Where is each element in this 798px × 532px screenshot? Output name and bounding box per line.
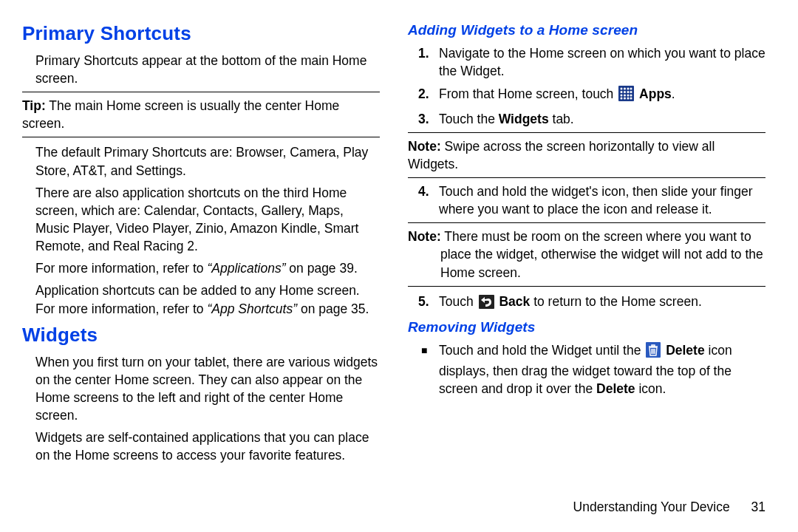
trash-icon [646, 342, 661, 362]
p-moreinfo-appshortcuts: Application shortcuts can be added to an… [35, 282, 380, 317]
apps-grid-icon [618, 86, 634, 106]
p-default-shortcuts: The default Primary Shortcuts are: Brows… [35, 143, 380, 179]
svg-point-10 [624, 94, 626, 96]
svg-point-4 [630, 87, 632, 89]
manual-page: Primary Shortcuts Primary Shortcuts appe… [0, 0, 798, 468]
note-swipe: Note: Swipe across the screen horizontal… [408, 137, 765, 173]
step-5: 5. Touch Back to return to the Home scre… [408, 293, 765, 313]
tip-text: The main Home screen is usually the cent… [22, 98, 339, 131]
divider [408, 222, 765, 223]
svg-point-11 [627, 94, 630, 96]
svg-point-7 [627, 91, 630, 93]
label-widgets-tab: Widgets [499, 112, 549, 126]
steps-adding-widgets: 1. Navigate to the Home screen on which … [408, 44, 765, 128]
removing-step: ■ Touch and hold the Widget until the De… [408, 341, 765, 398]
heading-widgets: Widgets [22, 322, 380, 349]
page-footer: Understanding Your Device 31 [573, 498, 765, 516]
tip-label: Tip: [22, 98, 46, 113]
svg-point-6 [624, 91, 626, 93]
heading-removing-widgets: Removing Widgets [408, 318, 765, 337]
svg-rect-17 [479, 295, 494, 309]
svg-point-14 [624, 97, 626, 99]
svg-point-13 [621, 97, 623, 99]
step-3: 3. Touch the Widgets tab. [408, 110, 765, 128]
link-app-shortcuts: “App Shortcuts” [207, 301, 297, 316]
svg-point-5 [621, 91, 623, 93]
step-1: 1. Navigate to the Home screen on which … [408, 44, 765, 80]
label-delete-2: Delete [596, 381, 635, 396]
footer-page-number: 31 [751, 499, 765, 514]
note-room: Note: There must be room on the screen w… [408, 228, 765, 281]
p-moreinfo-applications: For more information, refer to “Applicat… [35, 259, 380, 277]
svg-point-9 [621, 94, 623, 96]
step-2: 2. From that Home screen, touch Apps. [408, 85, 765, 106]
divider [408, 132, 765, 133]
svg-point-3 [627, 87, 630, 89]
divider [408, 177, 765, 178]
label-delete-1: Delete [666, 343, 705, 358]
link-applications: “Applications” [207, 261, 285, 276]
svg-point-1 [621, 87, 623, 89]
label-back: Back [499, 294, 530, 309]
svg-point-15 [627, 97, 630, 99]
right-column: Adding Widgets to a Home screen 1. Navig… [408, 21, 765, 468]
step-4: 4. Touch and hold the widget's icon, the… [408, 183, 765, 218]
p-third-home-apps: There are also application shortcuts on … [35, 184, 380, 256]
divider [22, 137, 380, 137]
label-apps: Apps [639, 86, 672, 101]
tip-main-home: Tip: The main Home screen is usually the… [22, 97, 380, 132]
footer-chapter: Understanding Your Device [573, 499, 730, 514]
steps-adding-widgets-cont: 4. Touch and hold the widget's icon, the… [408, 183, 765, 218]
p-widgets-desc: Widgets are self-contained applications … [35, 429, 380, 464]
back-icon [479, 295, 494, 313]
p-primary-intro: Primary Shortcuts appear at the bottom o… [35, 52, 380, 87]
svg-point-16 [630, 97, 632, 99]
p-widgets-intro: When you first turn on your tablet, ther… [35, 353, 380, 425]
steps-adding-widgets-cont2: 5. Touch Back to return to the Home scre… [408, 293, 765, 313]
svg-point-12 [630, 94, 632, 96]
svg-point-8 [630, 91, 632, 93]
divider [408, 286, 765, 287]
divider [22, 92, 380, 92]
heading-primary-shortcuts: Primary Shortcuts [22, 21, 380, 47]
heading-adding-widgets: Adding Widgets to a Home screen [408, 21, 765, 40]
svg-point-2 [624, 87, 626, 89]
left-column: Primary Shortcuts Primary Shortcuts appe… [22, 21, 380, 468]
list-removing-widgets: ■ Touch and hold the Widget until the De… [408, 341, 765, 398]
